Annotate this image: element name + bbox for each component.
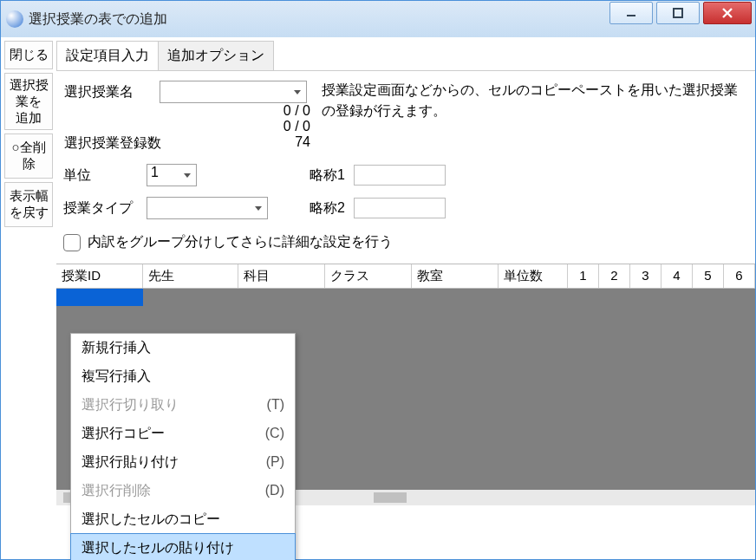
add-elective-line1: 選択授業を	[7, 77, 50, 110]
minimize-button[interactable]	[609, 2, 653, 24]
type-label: 授業タイプ	[63, 199, 138, 218]
close-panel-button[interactable]: 閉じる	[4, 41, 53, 69]
svg-rect-0	[627, 15, 635, 16]
group-detail-checkbox[interactable]	[63, 234, 81, 251]
elective-name-select[interactable]	[160, 81, 307, 103]
col-teacher[interactable]: 先生	[143, 264, 238, 288]
abbr1-label: 略称1	[310, 166, 345, 185]
elective-name-label: 選択授業名	[64, 83, 160, 101]
form-area: 選択授業名 0 / 0 0 / 0 選択授業登録数 74 授業設定画面などからの…	[56, 71, 755, 264]
col-subject[interactable]: 科目	[238, 264, 325, 288]
col-3[interactable]: 3	[630, 264, 662, 288]
add-elective-button[interactable]: 選択授業を 追加	[4, 73, 53, 130]
type-select[interactable]	[147, 197, 268, 219]
titlebar: 選択授業の表での追加	[1, 1, 755, 37]
description-text: 授業設定画面などからの、セルのコピーペーストを用いた選択授業の登録が行えます。	[322, 80, 748, 153]
tabs: 設定項目入力 追加オプション	[56, 41, 755, 71]
window: 選択授業の表での追加 閉じる 選択授業を 追加 ○全削除 表示幅を戻す	[0, 0, 756, 560]
menu-cut-row: 選択行切り取り(T)	[71, 391, 295, 420]
selected-cell[interactable]	[56, 289, 143, 306]
abbr1-input[interactable]	[354, 165, 446, 186]
window-title: 選択授業の表での追加	[29, 10, 609, 29]
ratio-2: 0 / 0	[64, 119, 310, 134]
group-detail-label: 内訳をグループ分けしてさらに詳細な設定を行う	[88, 233, 393, 251]
menu-paste-row[interactable]: 選択行貼り付け(P)	[71, 448, 295, 477]
window-controls	[609, 2, 755, 24]
menu-paste-cell[interactable]: 選択したセルの貼り付け	[70, 533, 296, 560]
reset-width-button[interactable]: 表示幅を戻す	[4, 182, 53, 227]
col-credits[interactable]: 単位数	[499, 264, 568, 288]
svg-rect-1	[674, 9, 682, 17]
grid-header: 授業ID 先生 科目 クラス 教室 単位数 1 2 3 4 5 6	[56, 264, 755, 289]
col-id[interactable]: 授業ID	[56, 264, 143, 288]
app-icon	[6, 10, 23, 28]
delete-all-button[interactable]: ○全削除	[4, 133, 53, 179]
context-menu: 新規行挿入 複写行挿入 選択行切り取り(T) 選択行コピー(C) 選択行貼り付け…	[70, 333, 296, 560]
registered-count-value: 74	[229, 134, 310, 153]
tab-settings[interactable]: 設定項目入力	[56, 41, 159, 70]
upper-form: 選択授業名 0 / 0 0 / 0 選択授業登録数 74 授業設定画面などからの…	[63, 80, 748, 153]
unit-select[interactable]: 1	[147, 164, 197, 186]
unit-label: 単位	[63, 166, 138, 185]
tab-options[interactable]: 追加オプション	[158, 41, 274, 70]
menu-copy-row-insert[interactable]: 複写行挿入	[71, 362, 295, 391]
maximize-button[interactable]	[656, 2, 700, 24]
scroll-thumb-right[interactable]	[374, 492, 407, 503]
col-6[interactable]: 6	[724, 264, 755, 288]
menu-copy-cell[interactable]: 選択したセルのコピー	[71, 505, 295, 534]
ratio-1: 0 / 0	[64, 103, 310, 119]
menu-copy-row[interactable]: 選択行コピー(C)	[71, 420, 295, 448]
col-class[interactable]: クラス	[325, 264, 412, 288]
abbr2-input[interactable]	[354, 198, 446, 218]
unit-value: 1	[151, 165, 159, 179]
col-4[interactable]: 4	[662, 264, 693, 288]
menu-delete-row: 選択行削除(D)	[71, 477, 295, 505]
registered-count-label: 選択授業登録数	[64, 134, 229, 153]
col-1[interactable]: 1	[568, 264, 599, 288]
col-2[interactable]: 2	[599, 264, 630, 288]
col-room[interactable]: 教室	[412, 264, 499, 288]
menu-new-row[interactable]: 新規行挿入	[71, 334, 295, 362]
col-5[interactable]: 5	[693, 264, 724, 288]
add-elective-line2: 追加	[7, 110, 50, 127]
sidebar: 閉じる 選択授業を 追加 ○全削除 表示幅を戻す	[1, 37, 56, 559]
abbr2-label: 略称2	[310, 199, 345, 218]
close-button[interactable]	[703, 2, 752, 24]
